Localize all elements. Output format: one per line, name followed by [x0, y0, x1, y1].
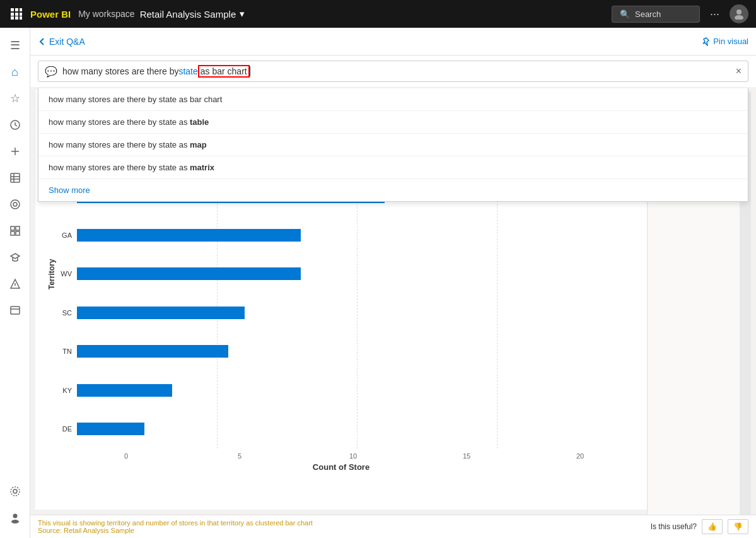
svg-point-29 — [11, 487, 20, 496]
svg-point-31 — [11, 520, 19, 523]
bar-row: WV — [58, 255, 637, 293]
svg-rect-4 — [15, 13, 18, 16]
bar-fill — [77, 307, 245, 319]
bar-fill — [77, 345, 228, 358]
suggestion-item[interactable]: how many stores are there by state as ma… — [38, 134, 748, 156]
bar-fill — [77, 229, 301, 242]
report-title-area: Retail Analysis Sample ▾ — [140, 8, 607, 20]
bar-row: TN — [58, 332, 637, 371]
deploy-icon[interactable] — [3, 271, 28, 296]
bar-row: KY — [58, 371, 637, 409]
svg-rect-8 — [20, 16, 22, 20]
svg-point-9 — [736, 9, 741, 15]
suggestion-item[interactable]: how many stores are there by state as ma… — [38, 156, 748, 179]
qa-search-input[interactable]: 💬 how many stores are there by state as … — [38, 61, 748, 82]
svg-rect-7 — [15, 16, 18, 20]
footer-description: This visual is showing territory and num… — [38, 519, 313, 534]
favorites-icon[interactable]: ☆ — [3, 86, 28, 111]
svg-rect-26 — [11, 307, 20, 314]
text-cursor — [250, 66, 250, 76]
settings-icon[interactable] — [3, 479, 28, 504]
thumbdown-button[interactable]: 👎 — [728, 519, 748, 534]
suggestion-item[interactable]: how many stores are there by state as ba… — [38, 88, 748, 111]
avatar[interactable] — [730, 4, 748, 23]
footer-feedback: Is this useful? 👍 👎 — [651, 519, 748, 534]
show-more-button[interactable]: Show more — [38, 179, 748, 201]
svg-rect-23 — [16, 231, 20, 235]
svg-rect-22 — [11, 231, 15, 235]
bar-row: SC — [58, 293, 637, 332]
qa-bar: Exit Q&A Pin visual — [30, 28, 756, 56]
svg-rect-3 — [11, 13, 14, 16]
pin-visual-button[interactable]: Pin visual — [702, 37, 748, 46]
goals-icon[interactable] — [3, 192, 28, 217]
report-title[interactable]: Retail Analysis Sample ▾ — [140, 8, 607, 20]
svg-rect-5 — [20, 13, 22, 16]
svg-point-28 — [13, 489, 17, 493]
svg-rect-1 — [15, 8, 18, 11]
chat-bubble-icon: 💬 — [45, 66, 57, 78]
bar-row: DE — [58, 410, 637, 448]
svg-rect-21 — [16, 226, 20, 230]
search-text: how many stores are there by state as ba… — [62, 65, 731, 78]
x-tick: 5 — [183, 452, 296, 460]
thumbup-button[interactable]: 👍 — [702, 519, 723, 534]
x-tick: 0 — [69, 452, 183, 460]
svg-rect-6 — [11, 16, 14, 20]
grid-icon[interactable] — [8, 5, 25, 23]
x-axis-title: Count of Store — [45, 462, 637, 472]
bar-row: GA — [58, 216, 637, 254]
bar-fill — [77, 423, 144, 435]
svg-rect-20 — [11, 226, 15, 230]
search-area: 💬 how many stores are there by state as … — [30, 56, 756, 87]
sidebar-bottom — [3, 479, 28, 538]
create-icon[interactable] — [3, 139, 28, 164]
home-icon[interactable]: ⌂ — [3, 59, 28, 85]
svg-rect-2 — [20, 8, 22, 11]
bar-fill — [77, 267, 301, 280]
exit-qa-button[interactable]: Exit Q&A — [38, 37, 85, 47]
svg-point-10 — [735, 15, 743, 20]
svg-point-19 — [13, 202, 17, 206]
top-nav: Power BI My workspace Retail Analysis Sa… — [0, 0, 756, 28]
x-axis: 0 5 10 15 20 — [69, 448, 637, 460]
more-options-button[interactable]: ··· — [705, 5, 724, 23]
recent-icon[interactable] — [3, 112, 28, 137]
suggestion-item[interactable]: how many stores are there by state as ta… — [38, 111, 748, 134]
workspace-label[interactable]: My workspace — [78, 9, 134, 19]
x-tick: 15 — [410, 452, 523, 460]
search-icon: 🔍 — [620, 9, 630, 19]
search-box[interactable]: 🔍 Search — [612, 6, 700, 23]
suggestions-dropdown: how many stores are there by state as ba… — [38, 88, 748, 202]
powerbi-logo: Power BI — [30, 9, 71, 20]
workspaces-icon[interactable] — [3, 298, 28, 323]
svg-rect-14 — [11, 173, 20, 182]
datasets-icon[interactable] — [3, 165, 28, 190]
main-content: Exit Q&A Pin visual 💬 how many stores ar… — [30, 28, 756, 538]
x-tick: 20 — [523, 452, 637, 460]
x-tick: 10 — [296, 452, 410, 460]
svg-point-18 — [11, 200, 20, 209]
svg-point-30 — [13, 514, 17, 518]
svg-rect-0 — [11, 8, 14, 11]
menu-icon[interactable]: ☰ — [3, 33, 28, 58]
left-sidebar: ☰ ⌂ ☆ — [0, 28, 30, 538]
learn-icon[interactable] — [3, 245, 28, 270]
chevron-down-icon: ▾ — [240, 8, 245, 20]
bar-fill — [77, 384, 172, 397]
clear-search-button[interactable]: × — [736, 66, 741, 77]
footer: This visual is showing territory and num… — [30, 515, 756, 538]
browse-icon[interactable] — [3, 218, 28, 243]
user-profile-icon[interactable] — [3, 505, 28, 530]
